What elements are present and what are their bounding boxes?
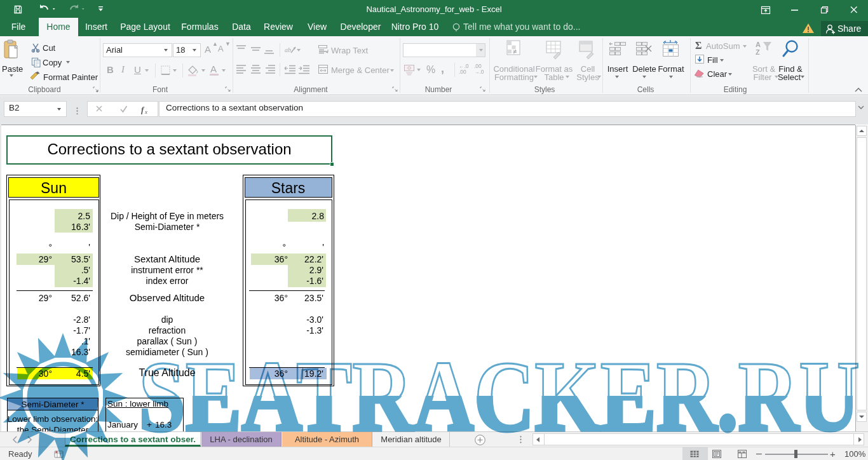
svg-text:ab: ab bbox=[285, 46, 291, 53]
svg-text:Z: Z bbox=[756, 48, 760, 56]
svg-text:x: x bbox=[144, 109, 147, 114]
svg-text:A: A bbox=[756, 41, 761, 48]
svg-text:≠: ≠ bbox=[513, 48, 517, 55]
